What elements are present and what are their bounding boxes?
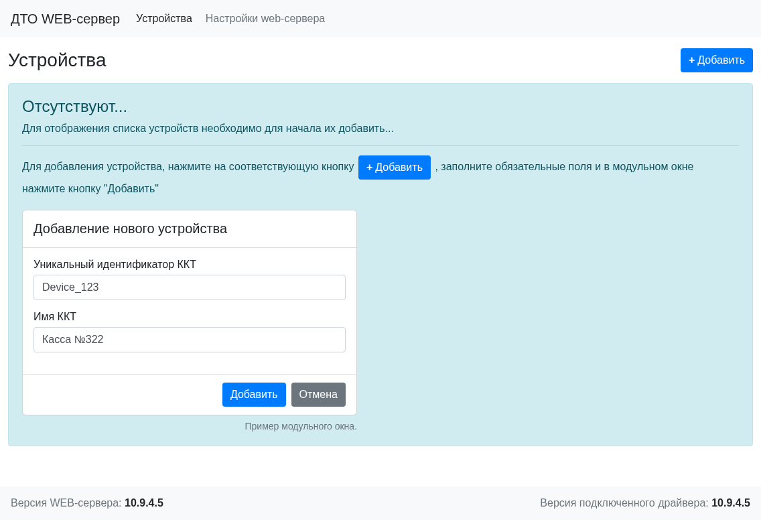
modal-example-figure: Добавление нового устройства Уникальный …: [22, 210, 357, 431]
footer: Версия WEB-сервера: 10.9.4.5 Версия подк…: [0, 486, 761, 520]
field-name-input[interactable]: [33, 327, 346, 352]
alert-subtext: Для отображения списка устройств необход…: [22, 123, 739, 135]
info-alert: Отсутствуют... Для отображения списка ус…: [8, 83, 753, 446]
main-content: Устройства + Добавить Отсутствуют... Для…: [0, 38, 761, 446]
footer-driver-value: 10.9.4.5: [711, 497, 750, 509]
modal-body: Уникальный идентификатор ККТ Имя ККТ: [23, 248, 356, 374]
form-group-name: Имя ККТ: [33, 311, 346, 352]
add-button-inline[interactable]: + Добавить: [358, 155, 431, 180]
field-name-label: Имя ККТ: [33, 311, 346, 323]
footer-driver-version: Версия подключенного драйвера: 10.9.4.5: [540, 497, 750, 509]
field-id-input[interactable]: [33, 275, 346, 300]
page-title: Устройства: [8, 50, 106, 71]
alert-instruction: Для добавления устройства, нажмите на со…: [22, 155, 739, 199]
field-id-label: Уникальный идентификатор ККТ: [33, 259, 346, 271]
add-button-inline-label: Добавить: [375, 159, 423, 176]
navbar: ДТО WEB-сервер Устройства Настройки web-…: [0, 0, 761, 38]
footer-driver-label: Версия подключенного драйвера:: [540, 497, 711, 509]
modal-title: Добавление нового устройства: [23, 210, 356, 248]
modal-submit-button[interactable]: Добавить: [222, 383, 286, 407]
footer-web-version: Версия WEB-сервера: 10.9.4.5: [11, 497, 163, 509]
plus-icon: +: [366, 159, 372, 176]
form-group-id: Уникальный идентификатор ККТ: [33, 259, 346, 300]
modal-cancel-button[interactable]: Отмена: [291, 383, 346, 407]
alert-heading: Отсутствуют...: [22, 97, 739, 116]
nav-link-devices[interactable]: Устройства: [131, 7, 198, 30]
add-button-top-label: Добавить: [697, 52, 745, 68]
add-button-top[interactable]: + Добавить: [681, 48, 753, 72]
modal-card: Добавление нового устройства Уникальный …: [22, 210, 357, 415]
modal-footer: Добавить Отмена: [23, 374, 356, 415]
alert-divider: [22, 145, 739, 146]
page-header: Устройства + Добавить: [8, 38, 753, 83]
nav-link-settings[interactable]: Настройки web-сервера: [200, 7, 330, 30]
footer-web-label: Версия WEB-сервера:: [11, 497, 125, 509]
instruction-before: Для добавления устройства, нажмите на со…: [22, 161, 357, 172]
modal-caption: Пример модульного окна.: [22, 415, 357, 431]
footer-web-value: 10.9.4.5: [125, 497, 163, 509]
navbar-brand[interactable]: ДТО WEB-сервер: [11, 11, 131, 27]
plus-icon: +: [689, 52, 695, 68]
